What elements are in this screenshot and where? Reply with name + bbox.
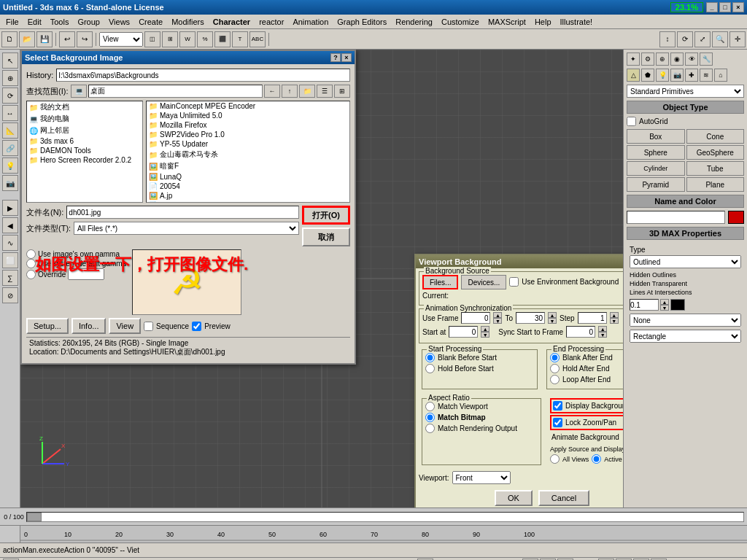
view-button[interactable]: View [109,318,141,334]
pyramid-button[interactable]: Pyramid [627,177,685,192]
toolbar-right1[interactable]: ↕ [659,31,676,47]
color-preview[interactable] [670,299,685,311]
sync-input[interactable] [566,326,595,338]
loop-after-radio[interactable] [550,375,560,384]
toolbar-right5[interactable]: ✛ [729,31,746,47]
filename-input[interactable] [66,206,299,219]
modify-icon[interactable]: ⚙ [641,52,654,66]
geosphere-button[interactable]: GeoSphere [686,145,745,160]
thickness-down[interactable]: ▼ [660,305,669,311]
timeline-slider[interactable] [26,512,744,522]
folder-my-docs[interactable]: 📁我的文档 [27,101,142,113]
match-viewport-radio[interactable] [425,402,435,411]
blank-before-radio[interactable] [425,353,435,362]
sphere-button[interactable]: Sphere [627,145,685,160]
toolbar-open[interactable]: 📂 [19,31,35,47]
folder-input[interactable] [88,85,263,98]
toolbar-save[interactable]: 💾 [36,31,53,47]
menu-illustrate[interactable]: Illustrate! [556,16,597,28]
open-button[interactable]: 打开(O) [302,206,350,225]
file-swp[interactable]: 📁SWP2Video Pro 1.0 [147,130,349,139]
folder-network[interactable]: 🌐网上邻居 [27,125,142,136]
menu-graph-editors[interactable]: Graph Editors [333,16,391,28]
menu-create[interactable]: Create [134,16,167,28]
folder-my-computer[interactable]: 💻我的电脑 [27,113,142,125]
start-at-down[interactable]: ▼ [481,332,489,338]
helpers-icon[interactable]: ✚ [685,69,698,82]
files-button[interactable]: Files... [422,275,458,289]
use-env-checkbox[interactable] [509,277,519,287]
left-tool-9[interactable]: ▶ [2,200,18,216]
folder-up-btn[interactable]: ↑ [282,85,298,98]
toolbar-view2[interactable]: ⊞ [162,31,178,47]
lock-zoom-checkbox[interactable] [553,418,562,427]
toolbar-view6[interactable]: T [232,31,248,47]
viewport-front-select[interactable]: Front [452,471,511,484]
step-down[interactable]: ▼ [610,318,619,324]
sync-down[interactable]: ▼ [598,332,607,338]
menu-file[interactable]: File [1,16,23,28]
file-cstri[interactable]: 📄cstri [147,201,349,203]
file-mainconcept[interactable]: 📁MainConcept MPEG Encoder [147,101,349,111]
toolbar-undo[interactable]: ↩ [59,31,75,47]
toolbar-view3[interactable]: W [179,31,196,47]
menu-edit[interactable]: Edit [23,16,46,28]
devices-button[interactable]: Devices... [461,275,506,289]
menu-tools[interactable]: Tools [46,16,74,28]
start-at-input[interactable] [449,326,478,338]
menu-help[interactable]: Help [530,16,556,28]
left-tool-7[interactable]: 💡 [2,158,18,174]
file-lumaq[interactable]: 🖼️LunaQ [147,172,349,182]
toolbar-view4[interactable]: % [197,31,213,47]
left-tool-4[interactable]: ↔ [2,105,18,121]
cylinder-button[interactable]: Cylinder [627,161,685,176]
display-icon[interactable]: 👁 [685,52,698,66]
menu-reactor[interactable]: reactor [255,16,288,28]
spacewarps-icon[interactable]: ≋ [700,69,713,82]
new-folder-btn[interactable]: 📁 [299,85,315,98]
toolbar-right3[interactable]: ⤢ [694,31,711,47]
primitives-dropdown[interactable]: Standard Primitives [627,85,744,98]
maximize-button[interactable]: □ [719,2,731,12]
to-input[interactable] [516,312,545,324]
toolbar-view5[interactable]: ⬛ [214,31,231,47]
file-jinshan[interactable]: 📁金山毒霸术马专杀 [147,149,349,160]
menu-customize[interactable]: Customize [437,16,484,28]
hold-after-radio[interactable] [550,364,560,373]
left-tool-13[interactable]: ∑ [2,270,18,286]
geometry-icon[interactable]: △ [627,69,640,82]
view-details-btn[interactable]: ⊞ [334,85,350,98]
cancel-button[interactable]: 取消 [302,228,350,246]
file-ank[interactable]: 🖼️暗窗F [147,160,349,172]
menu-modifiers[interactable]: Modifiers [167,16,209,28]
autogrid-checkbox[interactable] [627,117,636,126]
hold-before-radio[interactable] [425,364,435,373]
file-ajp[interactable]: 🖼️A.jp [147,191,349,201]
left-tool-6[interactable]: 🔗 [2,140,18,156]
left-tool-3[interactable]: ⟳ [2,88,18,104]
viewport-selector[interactable]: View [99,32,143,47]
file-yp55[interactable]: 📁YP-55 Updater [147,139,349,149]
left-tool-2[interactable]: ⊕ [2,70,18,86]
start-at-up[interactable]: ▲ [481,326,489,332]
cameras-icon[interactable]: 📷 [670,69,684,82]
viewport-area[interactable]: Perspective X Y Z Select Background Imag… [20,50,623,508]
menu-views[interactable]: Views [104,16,134,28]
utilities-icon[interactable]: 🔧 [700,52,713,66]
menu-animation[interactable]: Animation [288,16,333,28]
folder-list[interactable]: 📁我的文档 💻我的电脑 🌐网上邻居 📁3ds max 6 📁DAEMON Too… [26,101,143,203]
toolbar-redo[interactable]: ↪ [77,31,93,47]
to-down[interactable]: ▼ [548,318,557,324]
left-tool-5[interactable]: 📐 [2,122,18,139]
lights-icon[interactable]: 💡 [656,69,669,82]
thickness-up[interactable]: ▲ [660,299,669,305]
file-maya[interactable]: 📁Maya Unlimited 5.0 [147,111,349,120]
use-frame-down[interactable]: ▼ [493,318,502,324]
file-list[interactable]: 📁MainConcept MPEG Encoder 📁Maya Unlimite… [146,101,350,203]
color-swatch[interactable] [728,211,744,224]
left-tool-8[interactable]: 📷 [2,175,18,191]
motion-icon[interactable]: ◉ [670,52,684,66]
all-views-radio[interactable] [550,454,560,464]
cone-button[interactable]: Cone [686,129,745,144]
folder-hero[interactable]: 📁Hero Screen Recorder 2.0.2 [27,155,142,165]
